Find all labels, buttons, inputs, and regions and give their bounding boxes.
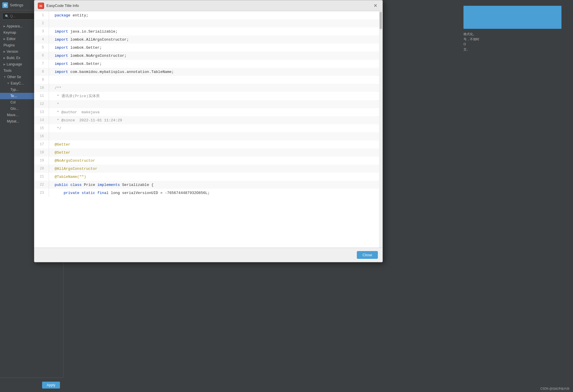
line-number: 12 bbox=[34, 100, 49, 108]
line-number: 22 bbox=[34, 181, 49, 189]
sidebar-item-label: Keymap bbox=[3, 31, 16, 35]
sidebar-item-label: Mybat... bbox=[7, 119, 19, 123]
line-number: 14 bbox=[34, 116, 49, 124]
sidebar-item-label: Mave... bbox=[7, 113, 18, 117]
line-number: 17 bbox=[34, 140, 49, 148]
sidebar-item-label: Typ... bbox=[10, 88, 19, 92]
right-panel-text-line4: 文。 bbox=[463, 48, 470, 51]
line-number: 1 bbox=[34, 11, 49, 19]
expand-arrow: ▼ bbox=[3, 76, 6, 78]
expand-arrow: ▶ bbox=[3, 37, 5, 40]
sidebar-item-label: Plugins bbox=[3, 43, 15, 47]
code-line: @Setter bbox=[49, 148, 382, 157]
easycode-dialog: m EasyCode Title Info ✕ 1package entity;… bbox=[34, 0, 383, 262]
code-line: package entity; bbox=[49, 11, 382, 19]
watermark: CSDN @找程序猿代劳 bbox=[540, 387, 570, 391]
sidebar-item-label: EasyC... bbox=[11, 81, 24, 85]
code-line: import lombok.Getter; bbox=[49, 44, 382, 52]
code-line: import lombok.NoArgsConstructor; bbox=[49, 52, 382, 60]
code-line: @AllArgsConstructor bbox=[49, 165, 382, 173]
code-line bbox=[49, 132, 382, 140]
line-number: 4 bbox=[34, 35, 49, 44]
line-number: 3 bbox=[34, 27, 49, 35]
dialog-title-text: EasyCode Title Info bbox=[46, 3, 79, 8]
code-line: private static final long serialVersionU… bbox=[49, 189, 382, 197]
right-panel-text-line3: O bbox=[463, 42, 466, 46]
dialog-bottom-bar: Close bbox=[34, 248, 382, 262]
line-number: 7 bbox=[34, 60, 49, 68]
code-line: @NoArgsConstructor bbox=[49, 157, 382, 165]
close-button[interactable]: Close bbox=[357, 251, 378, 259]
code-line: * 通讯录(Price)实体类 bbox=[49, 92, 382, 100]
svg-text:m: m bbox=[39, 4, 42, 7]
code-line: * bbox=[49, 100, 382, 108]
expand-arrow: ▶ bbox=[3, 50, 5, 53]
search-icon: 🔍 bbox=[5, 14, 9, 18]
sidebar-item-label: Tools bbox=[3, 69, 12, 73]
code-line: * @author makejava bbox=[49, 108, 382, 116]
line-number: 2 bbox=[34, 19, 49, 27]
sidebar-item-label: Build, Ex bbox=[7, 56, 20, 60]
code-line: * @since 2022-11-01 11:24:29 bbox=[49, 116, 382, 124]
right-panel-content: 格式化。 号，不填时 O 文。 bbox=[458, 0, 573, 58]
dialog-x-button[interactable]: ✕ bbox=[372, 2, 379, 9]
code-line: /** bbox=[49, 84, 382, 92]
dialog-titlebar: m EasyCode Title Info ✕ bbox=[34, 0, 382, 11]
expand-arrow: ▶ bbox=[3, 25, 5, 28]
right-panel-text-line1: 格式化。 bbox=[463, 32, 476, 36]
line-number: 16 bbox=[34, 132, 49, 140]
line-number: 23 bbox=[34, 189, 49, 197]
line-number: 10 bbox=[34, 84, 49, 92]
line-number: 19 bbox=[34, 157, 49, 165]
code-table: 1package entity;2 3import java.io.Serial… bbox=[34, 11, 382, 197]
sidebar-item-label: Glo... bbox=[10, 107, 19, 111]
sidebar-item-label: Appeara... bbox=[7, 24, 22, 28]
right-panel: 格式化。 号，不填时 O 文。 CSDN @找程序猿代劳 bbox=[458, 0, 573, 392]
line-number: 13 bbox=[34, 108, 49, 116]
sidebar-item-label: Other Se bbox=[7, 75, 21, 79]
dialog-logo: m bbox=[38, 3, 44, 9]
dialog-title-left: m EasyCode Title Info bbox=[38, 3, 79, 9]
code-line: */ bbox=[49, 124, 382, 132]
code-line: @TableName("") bbox=[49, 173, 382, 181]
sidebar-item-label: Version bbox=[7, 50, 18, 54]
code-line: @Getter bbox=[49, 140, 382, 148]
code-area[interactable]: 1package entity;2 3import java.io.Serial… bbox=[34, 11, 382, 248]
line-number: 18 bbox=[34, 148, 49, 157]
code-line: import lombok.Setter; bbox=[49, 60, 382, 68]
dialog-scrollbar[interactable] bbox=[379, 11, 382, 248]
sidebar-item-label: Language bbox=[7, 62, 22, 66]
line-number: 6 bbox=[34, 52, 49, 60]
expand-arrow: ▼ bbox=[7, 82, 10, 85]
line-number: 8 bbox=[34, 68, 49, 76]
line-number: 11 bbox=[34, 92, 49, 100]
settings-icon bbox=[2, 2, 8, 8]
expand-arrow: ▶ bbox=[3, 56, 5, 59]
sidebar-item-label: Col bbox=[10, 100, 16, 104]
sidebar-item-label: Editor bbox=[7, 37, 16, 41]
svg-point-0 bbox=[4, 4, 6, 6]
sidebar-item-label: Te... bbox=[10, 94, 17, 98]
apply-button[interactable]: Apply bbox=[42, 382, 60, 389]
settings-bottom-bar: Apply bbox=[0, 378, 63, 392]
scrollbar-thumb[interactable] bbox=[380, 12, 382, 29]
code-line: import com.baomidou.mybatisplus.annotati… bbox=[49, 68, 382, 76]
line-number: 5 bbox=[34, 44, 49, 52]
code-line: import java.io.Serializable; bbox=[49, 27, 382, 35]
line-number: 21 bbox=[34, 173, 49, 181]
code-line bbox=[49, 76, 382, 84]
code-line: public class Price implements Serializab… bbox=[49, 181, 382, 189]
line-number: 20 bbox=[34, 165, 49, 173]
right-panel-text: 格式化。 号，不填时 O 文。 bbox=[463, 32, 567, 52]
expand-arrow: ▶ bbox=[3, 63, 5, 66]
line-number: 9 bbox=[34, 76, 49, 84]
code-line: import lombok.AllArgsConstructor; bbox=[49, 35, 382, 44]
right-panel-blue-block bbox=[463, 6, 561, 29]
line-number: 15 bbox=[34, 124, 49, 132]
right-panel-text-line2: 号，不填时 bbox=[463, 37, 479, 41]
settings-title-label: Settings bbox=[10, 3, 23, 7]
code-line bbox=[49, 19, 382, 27]
